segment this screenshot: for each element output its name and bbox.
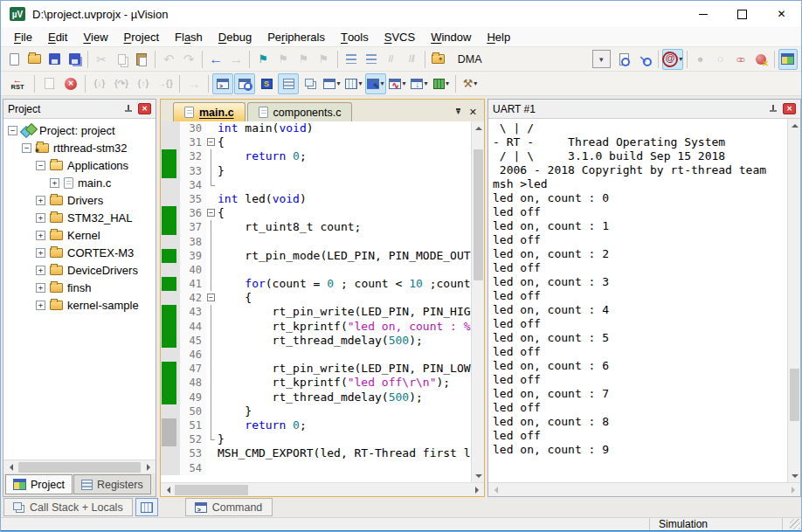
dropdown-caret-icon[interactable] [424, 79, 427, 87]
project-hscrollbar[interactable] [3, 459, 156, 473]
code-text[interactable]: rt_kprintf("led off\r\n"); [218, 376, 471, 390]
code-text[interactable]: { [218, 135, 471, 149]
tab-project[interactable]: Project [5, 474, 73, 494]
code-text[interactable]: { [218, 206, 471, 220]
close-file-icon[interactable] [469, 105, 477, 118]
step-button[interactable] [89, 73, 110, 94]
show-next-statement-button[interactable] [183, 73, 204, 94]
dropdown-caret-icon[interactable] [402, 79, 405, 87]
fold-collapse-icon[interactable] [207, 294, 215, 301]
stop-button[interactable] [60, 73, 81, 94]
close-panel-icon[interactable] [138, 103, 151, 114]
configure-windows-button[interactable] [778, 49, 798, 70]
command-window-button[interactable] [212, 73, 233, 94]
step-out-button[interactable] [133, 73, 154, 94]
tree-item-finsh[interactable]: +finsh [3, 279, 156, 296]
scroll-down-icon[interactable] [472, 470, 484, 482]
close-panel-icon[interactable] [783, 103, 796, 114]
redo-button[interactable] [179, 49, 198, 70]
reset-cpu-button[interactable] [4, 73, 31, 94]
code-text[interactable]: for(count = 0 ; count < 10 ;count++) [218, 277, 471, 291]
tree-expander-icon[interactable]: − [36, 161, 45, 170]
run-to-line-button[interactable] [155, 73, 176, 94]
tree-expander-icon[interactable]: − [8, 126, 17, 135]
watch-window-button[interactable] [321, 73, 342, 94]
code-text[interactable]: rt_thread_mdelay(500); [218, 390, 471, 404]
unindent-button[interactable] [362, 49, 381, 70]
indent-button[interactable] [341, 49, 360, 70]
comment-button[interactable] [382, 49, 401, 70]
tree-expander-icon[interactable]: + [36, 231, 45, 240]
code-text[interactable]: { [218, 291, 471, 305]
analysis-window-button[interactable] [387, 73, 408, 94]
tree-expander-icon[interactable]: + [36, 283, 45, 293]
editor-hscrollbar[interactable] [161, 482, 484, 496]
code-text[interactable] [218, 235, 471, 249]
toolbox-button[interactable] [460, 73, 481, 94]
scroll-left-icon[interactable] [488, 484, 502, 496]
navigate-back-button[interactable] [206, 49, 225, 70]
incremental-find-button[interactable] [635, 49, 654, 70]
code-text[interactable]: rt_pin_write(LED_PIN, PIN_LOW); [218, 362, 471, 376]
tree-item-devicedrivers[interactable]: +DeviceDrivers [3, 261, 156, 279]
tree-item-kernel[interactable]: +Kernel [3, 226, 156, 244]
close-button[interactable] [762, 1, 801, 27]
minimize-button[interactable] [683, 1, 722, 27]
tree-expander-icon[interactable]: + [50, 178, 59, 188]
cut-button[interactable] [92, 49, 111, 70]
combo-dropdown-icon[interactable] [592, 50, 611, 68]
menu-tools[interactable]: Tools [333, 27, 377, 46]
call-stack-window-button[interactable] [300, 73, 321, 94]
code-text[interactable]: rt_pin_mode(LED_PIN, PIN_MODE_OUTPUT); [218, 249, 471, 263]
menu-edit[interactable]: Edit [40, 27, 75, 46]
dropdown-caret-icon[interactable] [336, 79, 340, 87]
tree-item-applications[interactable]: −Applications [3, 156, 156, 174]
pin-icon[interactable] [770, 104, 778, 114]
code-text[interactable]: rt_uint8_t count; [218, 220, 471, 234]
scroll-left-icon[interactable] [3, 461, 17, 473]
scroll-left-icon[interactable] [161, 484, 175, 496]
next-bookmark-button[interactable] [273, 49, 293, 70]
save-button[interactable] [45, 49, 64, 70]
dropdown-caret-icon[interactable] [358, 79, 362, 87]
code-text[interactable]: rt_pin_write(LED_PIN, PIN_HIGH); [218, 305, 471, 319]
undo-button[interactable] [159, 49, 178, 70]
prev-bookmark-button[interactable] [294, 49, 313, 70]
open-file-button[interactable] [24, 49, 44, 70]
disassembly-window-button[interactable] [234, 73, 255, 94]
code-text[interactable]: int led(void) [218, 192, 471, 206]
new-file-button[interactable] [4, 49, 24, 70]
code-editor[interactable]: 30int main(void)31{32 return 0;33}3435in… [161, 121, 471, 482]
navigate-forward-button[interactable] [226, 49, 245, 70]
fold-collapse-icon[interactable] [207, 138, 215, 146]
code-text[interactable]: } [218, 404, 471, 418]
menu-help[interactable]: Help [479, 27, 518, 46]
tree-expander-icon[interactable]: − [22, 143, 31, 153]
scroll-thumb[interactable] [474, 149, 483, 280]
code-text[interactable]: int main(void) [218, 121, 471, 135]
tree-expander-icon[interactable]: + [36, 213, 45, 223]
kill-all-breakpoints-button[interactable] [751, 49, 771, 70]
tree-item-kernel-sample[interactable]: +kernel-sample [3, 296, 156, 314]
tab-list-icon[interactable] [456, 108, 460, 114]
scroll-right-icon[interactable] [786, 484, 800, 496]
insert-breakpoint-button[interactable] [691, 49, 710, 70]
save-all-button[interactable] [65, 49, 84, 70]
dropdown-caret-icon[interactable] [380, 79, 384, 87]
serial-window-button[interactable] [365, 73, 386, 94]
code-text[interactable] [218, 348, 471, 362]
pin-icon[interactable] [125, 104, 133, 114]
code-text[interactable]: rt_thread_mdelay(500); [218, 334, 471, 348]
code-text[interactable]: MSH_CMD_EXPORT(led, RT-Thread first led … [218, 446, 471, 460]
tree-expander-icon[interactable]: + [36, 196, 45, 205]
tree-item-main-c[interactable]: +main.c [3, 174, 156, 191]
run-button[interactable] [38, 73, 59, 94]
disable-all-breakpoints-button[interactable] [731, 49, 750, 70]
scroll-down-icon[interactable] [788, 470, 800, 482]
tab-command[interactable]: Command [185, 498, 273, 516]
menu-debug[interactable]: Debug [211, 27, 259, 46]
menu-svcs[interactable]: SVCS [377, 27, 423, 46]
tree-item-rtthread-stm32[interactable]: −rtthread-stm32 [3, 139, 156, 156]
dropdown-caret-icon[interactable] [446, 79, 449, 87]
uart-output[interactable]: \ | /- RT - Thread Operating System / | … [488, 119, 787, 482]
